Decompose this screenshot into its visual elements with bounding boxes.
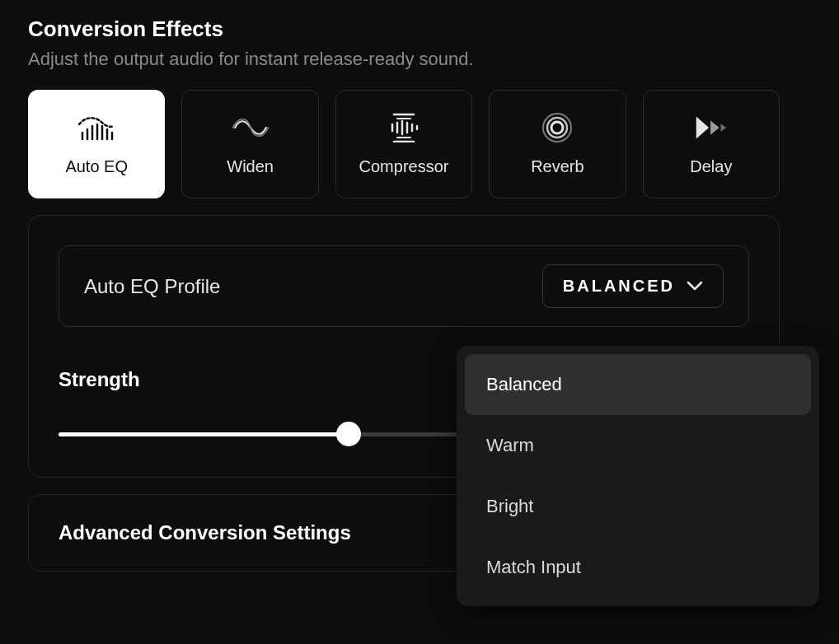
effect-tile-compressor[interactable]: Compressor <box>335 90 472 198</box>
effect-tile-label: Widen <box>227 157 274 176</box>
dropdown-option-warm[interactable]: Warm <box>465 415 811 476</box>
compressor-icon <box>384 113 424 142</box>
profile-row: Auto EQ Profile Balanced <box>59 245 749 327</box>
panel-subtitle: Adjust the output audio for instant rele… <box>28 49 780 70</box>
effect-tiles-row: Auto EQ Widen <box>28 90 780 198</box>
panel-title: Conversion Effects <box>28 16 780 42</box>
dropdown-option-match-input[interactable]: Match Input <box>465 537 811 598</box>
effect-tile-label: Reverb <box>531 157 584 176</box>
slider-fill <box>59 432 349 436</box>
dropdown-option-bright[interactable]: Bright <box>465 476 811 537</box>
slider-thumb[interactable] <box>336 422 361 446</box>
effect-tile-label: Auto EQ <box>65 157 128 176</box>
effect-tile-label: Delay <box>690 157 732 176</box>
chevron-down-icon <box>687 279 703 294</box>
auto-eq-icon <box>77 113 116 142</box>
effect-tile-reverb[interactable]: Reverb <box>489 90 626 198</box>
profile-select[interactable]: Balanced <box>542 264 724 308</box>
svg-point-20 <box>551 122 563 133</box>
effect-tile-label: Compressor <box>359 157 449 176</box>
delay-icon <box>691 113 731 142</box>
effect-tile-auto-eq[interactable]: Auto EQ <box>28 90 165 198</box>
profile-selected-value: Balanced <box>563 277 675 296</box>
effect-tile-widen[interactable]: Widen <box>181 90 318 198</box>
dropdown-option-balanced[interactable]: Balanced <box>465 354 811 415</box>
profile-label: Auto EQ Profile <box>84 275 220 298</box>
profile-dropdown-menu: Balanced Warm Bright Match Input <box>457 346 819 606</box>
reverb-icon <box>537 113 577 142</box>
effect-tile-delay[interactable]: Delay <box>643 90 780 198</box>
widen-icon <box>231 113 270 142</box>
